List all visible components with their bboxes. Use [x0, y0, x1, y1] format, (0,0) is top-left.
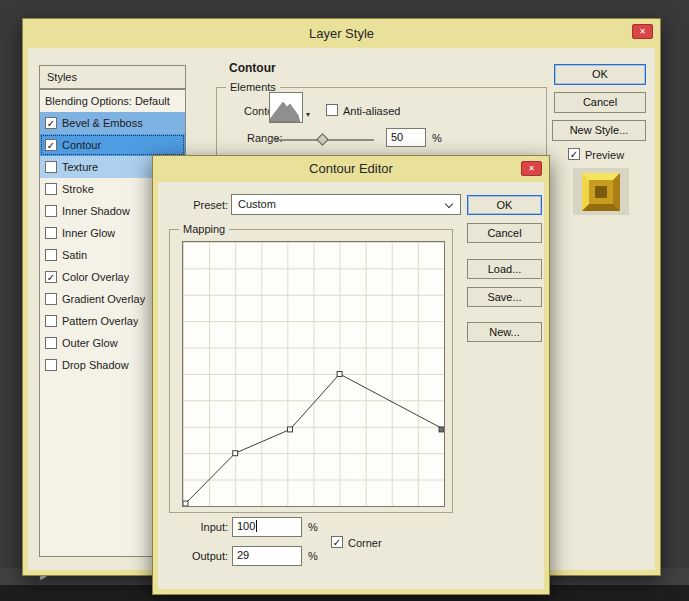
style-checkbox[interactable]: [45, 205, 57, 217]
contour-picker-dropdown-icon[interactable]: ▾: [306, 110, 310, 119]
style-checkbox[interactable]: [45, 359, 57, 371]
new-button[interactable]: New...: [467, 322, 542, 342]
style-checkbox[interactable]: [45, 183, 57, 195]
contour-section-heading: Contour: [229, 61, 276, 75]
gold-bevel-preview: [582, 173, 620, 211]
input-value: 100: [237, 520, 255, 532]
curve-point[interactable]: [288, 427, 293, 432]
style-item-label: Gradient Overlay: [62, 293, 145, 305]
contour-curve[interactable]: [183, 374, 444, 506]
preset-label: Preset:: [170, 199, 228, 211]
preset-selected-value: Custom: [238, 198, 276, 210]
style-item-label: Color Overlay: [62, 271, 129, 283]
style-checkbox[interactable]: [45, 315, 57, 327]
output-label: Output:: [170, 550, 228, 562]
styles-panel-header: Styles: [39, 65, 186, 89]
curve-point[interactable]: [439, 427, 444, 432]
corner-checkbox[interactable]: ✓: [331, 536, 343, 548]
curve-point[interactable]: [183, 501, 188, 506]
contour-editor-title: Contour Editor: [309, 161, 393, 176]
style-checkbox[interactable]: ✓: [45, 271, 57, 283]
output-value: 29: [237, 549, 249, 561]
contour-editor-cancel-button[interactable]: Cancel: [467, 223, 542, 243]
contour-editor-client: Preset: Custom OK Cancel Load... Save...…: [158, 182, 544, 589]
contour-editor-dialog: Contour Editor ✕ Preset: Custom OK Cance…: [152, 155, 550, 595]
contour-thumbnail[interactable]: [269, 92, 303, 123]
save-button[interactable]: Save...: [467, 287, 542, 307]
style-checkbox[interactable]: ✓: [45, 139, 57, 151]
style-item-label: Satin: [62, 249, 87, 261]
preview-label: Preview: [585, 149, 624, 161]
style-item-label: Stroke: [62, 183, 94, 195]
layer-style-title: Layer Style: [309, 26, 374, 41]
style-item-label: Inner Shadow: [62, 205, 130, 217]
style-checkbox[interactable]: [45, 249, 57, 261]
mapping-curve-grid[interactable]: [182, 241, 445, 507]
layer-style-cancel-button[interactable]: Cancel: [554, 92, 646, 113]
input-label: Input:: [170, 521, 228, 533]
range-slider[interactable]: [272, 133, 374, 147]
style-item-bevel-emboss[interactable]: ✓ Bevel & Emboss: [40, 112, 185, 134]
preset-dropdown[interactable]: Custom: [231, 194, 461, 215]
anti-aliased-checkbox[interactable]: [326, 104, 338, 116]
new-style-button[interactable]: New Style...: [552, 120, 646, 141]
contour-thumbnail-curve: [270, 93, 302, 122]
style-item-label: Inner Glow: [62, 227, 115, 239]
style-item-label: Contour: [62, 139, 101, 151]
style-item-label: Pattern Overlay: [62, 315, 138, 327]
mapping-group-label: Mapping: [179, 223, 229, 235]
range-value-field[interactable]: 50: [386, 128, 426, 147]
style-item-contour[interactable]: ✓ Contour: [40, 134, 185, 156]
gold-bevel-center: [595, 186, 607, 198]
corner-label: Corner: [348, 537, 382, 549]
style-item-label: Blending Options: Default: [45, 95, 170, 107]
preview-checkbox[interactable]: ✓: [568, 148, 580, 160]
style-checkbox[interactable]: [45, 161, 57, 173]
layer-style-titlebar[interactable]: Layer Style ✕: [23, 19, 660, 48]
style-checkbox[interactable]: [45, 293, 57, 305]
mapping-curve-canvas[interactable]: [183, 242, 444, 506]
layer-style-ok-button[interactable]: OK: [554, 64, 646, 85]
output-unit-label: %: [308, 550, 318, 562]
contour-editor-close-button[interactable]: ✕: [521, 161, 542, 176]
style-item-blending-options[interactable]: Blending Options: Default: [40, 90, 185, 112]
style-checkbox[interactable]: [45, 227, 57, 239]
load-button[interactable]: Load...: [467, 259, 542, 279]
style-checkbox[interactable]: [45, 337, 57, 349]
style-item-label: Outer Glow: [62, 337, 118, 349]
chevron-down-icon: [445, 200, 453, 208]
output-value-field[interactable]: 29: [232, 546, 302, 566]
close-icon: ✕: [528, 164, 535, 173]
style-item-label: Drop Shadow: [62, 359, 129, 371]
input-value-field[interactable]: 100: [232, 517, 302, 537]
contour-editor-titlebar[interactable]: Contour Editor ✕: [153, 156, 549, 182]
range-unit-label: %: [432, 132, 442, 144]
style-item-label: Texture: [62, 161, 98, 173]
input-unit-label: %: [308, 521, 318, 533]
style-checkbox[interactable]: ✓: [45, 117, 57, 129]
curve-point[interactable]: [337, 372, 342, 377]
range-slider-thumb[interactable]: [316, 133, 329, 146]
curve-point[interactable]: [233, 451, 238, 456]
style-preview-thumbnail: [573, 168, 629, 215]
style-item-label: Bevel & Emboss: [62, 117, 143, 129]
anti-aliased-label: Anti-aliased: [343, 105, 400, 117]
text-caret: [256, 520, 257, 532]
close-icon: ✕: [639, 27, 646, 36]
contour-editor-ok-button[interactable]: OK: [467, 195, 542, 215]
layer-style-close-button[interactable]: ✕: [632, 24, 653, 39]
